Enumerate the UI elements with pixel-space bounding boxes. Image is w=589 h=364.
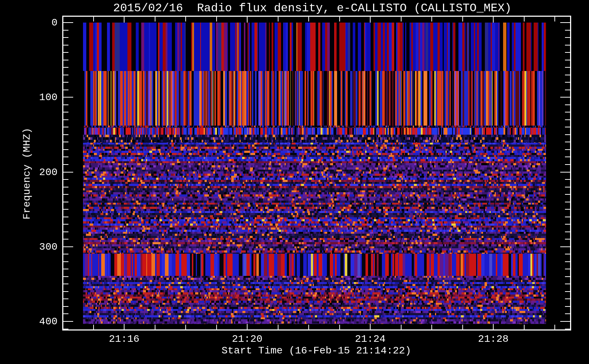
x-tick-label: 21:24 [355,333,386,345]
y-axis-title: Frequency (MHZ) [21,128,33,219]
chart-title: 2015/02/16 Radio flux density, e-CALLIST… [113,1,512,15]
y-tick-label: 300 [39,241,58,253]
x-tick-label: 21:28 [478,333,509,345]
y-tick-label: 200 [39,167,58,178]
callisto-spectrogram-window: 2015/02/16 Radio flux density, e-CALLIST… [0,0,589,364]
y-tick-label: 0 [51,17,58,28]
x-tick-label: 21:20 [232,333,262,345]
x-tick-label: 21:16 [109,333,139,345]
y-tick-label: 400 [39,316,58,327]
spectrogram-canvas [83,23,546,324]
y-tick-label: 100 [39,92,58,103]
x-axis-title: Start Time (16-Feb-15 21:14:22) [222,345,411,356]
